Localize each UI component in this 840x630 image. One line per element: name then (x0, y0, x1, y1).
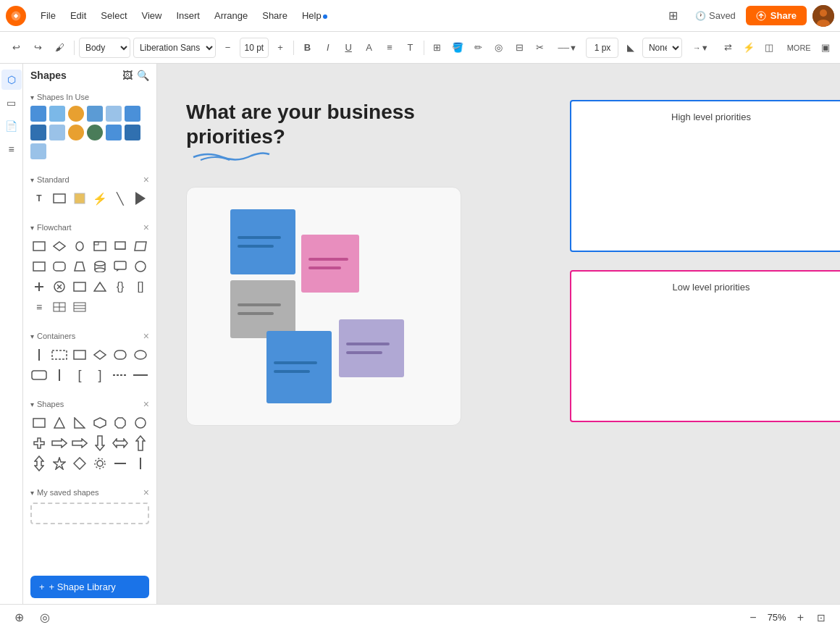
share-button[interactable]: Share (746, 6, 807, 25)
sh-star[interactable] (51, 455, 68, 472)
fc-triangle[interactable] (91, 278, 109, 295)
square-shape[interactable] (71, 190, 88, 207)
fc-bracket[interactable]: [] (132, 278, 149, 295)
table-button[interactable]: ⊞ (428, 38, 445, 58)
fc-lines[interactable]: ≡ (30, 298, 48, 316)
sticky-note-blue-2[interactable] (266, 331, 332, 403)
sh-gear[interactable] (91, 455, 109, 472)
sh-rect[interactable] (30, 414, 48, 432)
menu-select[interactable]: Select (95, 7, 133, 24)
shapes-sidebar-icon[interactable]: ⬡ (1, 70, 22, 90)
menu-arrange[interactable]: Arrange (209, 7, 253, 24)
fc-brace[interactable]: {} (112, 278, 129, 295)
shapes-sub-chevron[interactable]: ▾ (30, 400, 34, 408)
none-select[interactable]: None (642, 38, 682, 58)
line-shape[interactable]: ╲ (112, 190, 129, 207)
sh-hexagon[interactable] (91, 414, 109, 432)
extensions-icon[interactable]: ⊞ (662, 4, 685, 28)
shape-library-button[interactable]: + + Shape Library (30, 576, 149, 598)
zoom-out-button[interactable]: − (747, 610, 759, 626)
opacity-button[interactable]: ◎ (490, 38, 508, 58)
data-icon[interactable]: ≡ (1, 139, 22, 159)
cont-rrect[interactable] (30, 366, 48, 384)
font-size-increase[interactable]: + (272, 38, 289, 58)
menu-edit[interactable]: Edit (64, 7, 92, 24)
layers-icon[interactable]: ▭ (1, 93, 22, 113)
panel-image-icon[interactable]: 🖼 (122, 70, 133, 81)
fc-table2[interactable] (71, 298, 88, 316)
diagram-icon[interactable]: ◎ (35, 608, 55, 628)
font-size-input[interactable] (240, 38, 269, 58)
font-color-button[interactable]: A (360, 38, 377, 58)
extra-btn2[interactable]: ✂ (531, 38, 548, 58)
text-shape[interactable]: T (30, 190, 48, 207)
color-swatch-5[interactable] (106, 106, 122, 122)
cont-line[interactable] (30, 346, 48, 364)
canvas-area[interactable]: What are your business priorities? (157, 64, 840, 604)
play-shape[interactable] (132, 190, 149, 207)
fc-trapezoid[interactable] (71, 258, 88, 275)
lightning-shape[interactable]: ⚡ (91, 190, 109, 207)
fc-rect3[interactable] (71, 278, 88, 295)
extra-btn4[interactable]: ⚡ (740, 38, 757, 58)
shapes-in-use-chevron[interactable]: ▾ (30, 93, 34, 101)
extra-btn1[interactable]: ⊟ (511, 38, 528, 58)
fc-rect[interactable] (30, 238, 48, 255)
standard-chevron[interactable]: ▾ (30, 176, 34, 184)
fill-button[interactable]: 🪣 (449, 38, 466, 58)
app-logo[interactable] (6, 6, 26, 26)
style-select[interactable]: Body (79, 38, 130, 58)
font-size-decrease[interactable]: − (219, 38, 236, 58)
cont-h-line[interactable] (132, 366, 149, 384)
rect-shape[interactable] (51, 190, 68, 207)
sh-left-right-arrow[interactable] (112, 434, 129, 452)
align-button[interactable]: ≡ (381, 38, 398, 58)
menu-file[interactable]: File (35, 7, 62, 24)
standard-close[interactable]: × (143, 174, 149, 185)
menu-help[interactable]: Help (296, 7, 333, 24)
corner-style-button[interactable]: ◣ (621, 38, 639, 58)
text-format-button[interactable]: T (401, 38, 419, 58)
color-swatch-8[interactable] (49, 125, 65, 140)
font-select[interactable]: Liberation Sans (133, 38, 217, 58)
sh-dash[interactable] (112, 455, 129, 472)
sh-rt-triangle[interactable] (71, 414, 88, 432)
shapes-sub-close[interactable]: × (143, 398, 149, 410)
line-width-input[interactable] (586, 38, 618, 58)
sticky-note-gray[interactable] (230, 280, 295, 338)
color-swatch-4[interactable] (87, 106, 103, 122)
low-priority-box[interactable]: Low level priorities (570, 270, 840, 422)
color-swatch-9[interactable] (68, 125, 84, 140)
sticky-note-pink[interactable] (301, 235, 359, 293)
saved-button[interactable]: 🕐 Saved (691, 7, 740, 24)
color-swatch-2[interactable] (49, 106, 65, 122)
extra-btn3[interactable]: ⇄ (719, 38, 736, 58)
fc-round-rect[interactable] (51, 258, 68, 275)
arrow-style-button[interactable]: →▼ (685, 38, 717, 58)
color-swatch-13[interactable] (30, 143, 46, 159)
high-priority-box[interactable]: High level priorities (570, 100, 840, 252)
bold-button[interactable]: B (298, 38, 316, 58)
fc-stadium[interactable] (71, 238, 88, 255)
saved-shapes-close[interactable]: × (143, 487, 149, 498)
color-swatch-10[interactable] (87, 125, 103, 140)
more-button[interactable]: MORE (784, 38, 814, 58)
menu-insert[interactable]: Insert (170, 7, 206, 24)
sh-vert-line[interactable] (132, 455, 149, 472)
fc-circle[interactable] (132, 258, 149, 275)
cont-bracket-l[interactable]: [ (71, 366, 88, 384)
paint-format-button[interactable]: 🖌 (49, 38, 70, 58)
panel-toggle-button[interactable]: ▣ (817, 38, 834, 58)
extra-btn5[interactable]: ◫ (760, 38, 778, 58)
undo-button[interactable]: ↩ (6, 38, 26, 58)
sticky-note-blue-1[interactable] (230, 209, 295, 274)
layers-bottom-icon[interactable]: ⊕ (9, 608, 29, 628)
pages-icon[interactable]: 📄 (1, 116, 22, 136)
color-swatch-7[interactable] (30, 125, 46, 140)
fc-diamond[interactable] (51, 238, 68, 255)
redo-button[interactable]: ↪ (28, 38, 48, 58)
sh-octagon[interactable] (112, 414, 129, 432)
line-style-dropdown[interactable]: ──▼ (552, 38, 584, 58)
color-swatch-12[interactable] (125, 125, 140, 140)
fc-callout[interactable] (112, 258, 129, 275)
